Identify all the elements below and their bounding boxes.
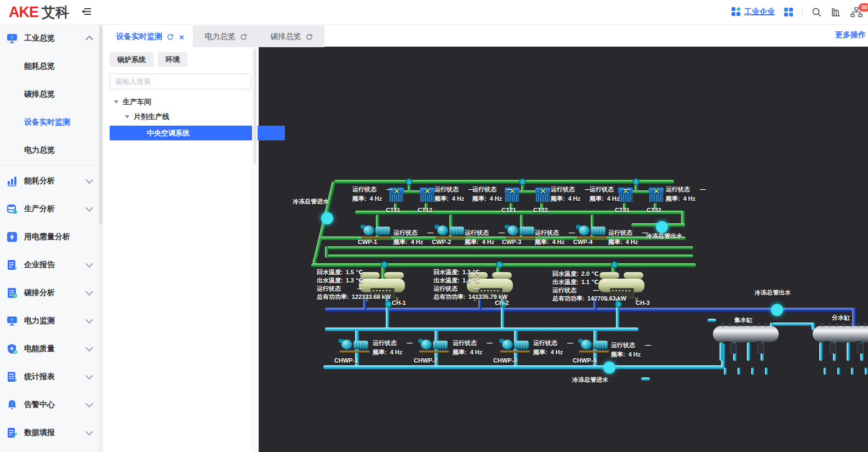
sidebar-item-power-monitor[interactable]: 电力监测	[0, 307, 99, 335]
search-input[interactable]	[110, 74, 251, 89]
filter-button-environment[interactable]: 环境	[158, 52, 187, 67]
sidebar-divider	[0, 165, 99, 166]
sidebar-scrollbar[interactable]	[99, 24, 103, 452]
header-divider	[802, 7, 803, 18]
enterprise-link[interactable]: 工业企业	[731, 7, 775, 18]
chevron-down-icon	[85, 315, 93, 323]
sidebar-item-device-realtime-monitor[interactable]: 设备实时监测	[0, 108, 99, 136]
org-sitemap-icon[interactable]: 50	[850, 7, 863, 18]
pipe-stub	[765, 368, 768, 375]
valve-icon	[385, 301, 392, 308]
search-icon[interactable]	[812, 7, 822, 18]
monitor-icon	[7, 315, 18, 326]
sidebar-item-power-overview[interactable]: 电力总览	[0, 136, 99, 164]
tree-node-central-ac-system[interactable]: 中央空调系统	[110, 126, 285, 140]
pipe-condenser-tower-return	[355, 211, 685, 214]
tab-carbon-overview[interactable]: 碳排总览	[259, 26, 324, 47]
pump-chwp-3	[499, 338, 531, 353]
equipment-label: CWP-4	[573, 239, 592, 245]
status-block-ct32: 运行状态— 频率:4 Hz	[666, 185, 706, 204]
sidebar-item-alarm-center[interactable]: 告警中心	[0, 391, 99, 419]
status-block-ct11: 运行状态— 频率:4 Hz	[352, 185, 392, 204]
refresh-icon[interactable]	[306, 33, 313, 41]
pipe-label-inlet-left: 冷冻总管进水	[293, 197, 329, 206]
more-actions-link[interactable]: 更多操作	[835, 30, 868, 40]
header-actions: 工业企业 50	[731, 0, 863, 24]
tab-bar: 设备实时监测 × 电力总览 碳排总览 更多操作	[103, 24, 868, 47]
chevron-down-icon	[85, 204, 93, 211]
tab-device-realtime-monitor[interactable]: 设备实时监测 ×	[107, 26, 193, 47]
pipe-condenser-header-2	[325, 255, 693, 258]
pipe-sleeve	[757, 343, 764, 354]
sidebar-collapse-icon[interactable]	[81, 7, 92, 19]
valve-icon	[406, 178, 413, 185]
chevron-down-icon	[85, 287, 93, 295]
equipment-label: CT11	[386, 207, 400, 213]
logo-text-en: AKE	[9, 4, 38, 21]
sidebar-item-energy-analysis[interactable]: 能耗分析	[0, 167, 99, 195]
scrollbar-thumb[interactable]	[99, 26, 102, 224]
sidebar-item-industry-overview[interactable]: 工业总览	[0, 24, 99, 52]
refresh-icon[interactable]	[240, 33, 247, 41]
bar-chart-icon	[7, 176, 18, 187]
valve-icon	[611, 261, 618, 268]
equipment-label: CT21	[501, 207, 516, 213]
equipment-label: CT22	[533, 207, 548, 213]
pipe-label-outlet-right: 冷冻总管出水	[755, 289, 791, 297]
sidebar-item-carbon-overview[interactable]: 碳排总览	[0, 80, 99, 108]
sidebar-item-data-entry[interactable]: 数据填报	[0, 419, 99, 447]
status-block-cwp-3: 运行状态— 频率:4 Hz	[535, 228, 575, 247]
shield-icon	[7, 343, 18, 354]
filter-button-boiler-system[interactable]: 锅炉系统	[110, 52, 153, 67]
tree-expand-icon[interactable]	[125, 115, 129, 118]
tank-drop-pipe	[847, 342, 850, 361]
chevron-down-icon	[85, 399, 93, 407]
chiller-info-ch-3: 回水温度:2.0 ℃ 出水温度:1.1 ℃ 运行状态— 总有功功率:142705…	[552, 270, 626, 303]
valve-icon	[381, 261, 388, 268]
tree-expand-icon[interactable]	[114, 100, 118, 104]
panel-scrollbar[interactable]	[252, 47, 258, 452]
pipe-stub	[738, 368, 740, 375]
status-block-ct21: 运行状态— 频率:4 Hz	[472, 185, 512, 204]
sidebar-item-production-analysis[interactable]: 生产分析	[0, 195, 99, 223]
app: { "header": { "logo": "AKE", "logo_cn": …	[0, 0, 868, 452]
sidebar-item-statistics-report[interactable]: 统计报表	[0, 363, 99, 391]
status-block-ct22: 运行状态— 频率:4 Hz	[551, 185, 591, 204]
app-logo: AKE 艾科	[9, 3, 69, 21]
table-doc-icon	[7, 371, 18, 382]
equipment-label: CWP-3	[502, 239, 521, 245]
workspace-grid-icon[interactable]	[784, 7, 793, 17]
hvac-scada-canvas[interactable]: CT11 CT12 CT21 CT22 CT31 CT32 运行状态— 频率:4…	[259, 47, 868, 452]
status-block-chwp-4: 运行状态— 频率:4 Hz	[611, 341, 651, 359]
pipe-sleeve	[830, 343, 836, 354]
pipe-node	[656, 221, 668, 233]
sidebar-item-enterprise-report[interactable]: 企业报告	[0, 251, 99, 279]
status-block-cwp-4: 运行状态— 频率:4 Hz	[608, 228, 648, 247]
chevron-down-icon	[85, 427, 93, 435]
database-icon	[7, 204, 18, 214]
cooling-tower-ct32	[649, 188, 664, 204]
report-doc-icon	[7, 259, 18, 270]
pipe-node	[603, 361, 615, 374]
cooling-tower-ct12	[420, 188, 435, 204]
tree-node-tablet-line[interactable]: 片剂生产线	[125, 112, 169, 122]
carbon-doc-icon	[7, 287, 18, 298]
refresh-icon[interactable]	[167, 33, 174, 41]
pump-chwp-4	[578, 338, 610, 353]
close-icon[interactable]: ×	[179, 32, 184, 42]
scrollbar-thumb[interactable]	[254, 49, 256, 164]
sidebar-item-power-demand-analysis[interactable]: 用电需量分析	[0, 223, 99, 251]
tree-node-workshop[interactable]: 生产车间	[114, 97, 151, 107]
tab-power-overview[interactable]: 电力总览	[193, 26, 259, 47]
sidebar-item-energy-overview[interactable]: 能耗总览	[0, 52, 99, 80]
sidebar-item-power-quality[interactable]: 电能质量	[0, 335, 99, 363]
sidebar-item-carbon-analysis[interactable]: 碳排分析	[0, 279, 99, 307]
chevron-down-icon	[85, 371, 93, 379]
monitor-icon	[7, 33, 18, 44]
equipment-label: CWP-2	[432, 239, 451, 245]
factory-report-icon[interactable]	[831, 7, 842, 18]
status-block-ct12: 运行状态— 频率:4 Hz	[435, 185, 475, 204]
collector-tank	[713, 326, 779, 342]
pump-cwp-2	[435, 224, 466, 239]
grid-apps-icon	[731, 7, 741, 18]
